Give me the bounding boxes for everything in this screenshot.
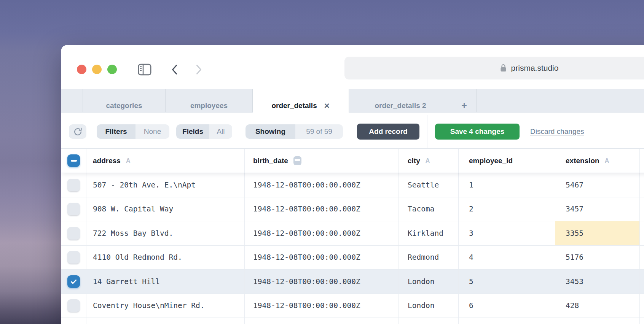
- cell-city[interactable]: London: [399, 270, 459, 294]
- filters-control[interactable]: Filters None: [97, 124, 169, 139]
- table-row[interactable]: 722 Moss Bay Blvd.1948-12-08T00:00:00.00…: [61, 221, 644, 246]
- column-header-address[interactable]: addressA: [86, 149, 245, 173]
- cell-city[interactable]: Tacoma: [399, 197, 459, 221]
- filters-value: None: [135, 124, 169, 139]
- cell-extension[interactable]: 3457: [555, 197, 640, 221]
- tab-categories[interactable]: categories: [83, 89, 166, 112]
- cell-address[interactable]: 908 W. Capital Way: [86, 197, 245, 221]
- cell-birth_date[interactable]: 1948-12-08T00:00:00.000Z: [245, 246, 399, 270]
- row-checkbox[interactable]: [67, 179, 80, 191]
- cell-extension[interactable]: 428: [555, 294, 640, 318]
- cell-partial: [640, 294, 644, 318]
- cell-birth_date[interactable]: 1948-12-08T00:00:00.000Z: [245, 270, 399, 294]
- cell-city[interactable]: London: [399, 294, 459, 318]
- cell-employee_id[interactable]: 4: [459, 246, 555, 270]
- row-checkbox[interactable]: [67, 227, 80, 240]
- cell-extension[interactable]: 5467: [555, 173, 640, 197]
- table-row[interactable]: 14 Garrett Hill1948-12-08T00:00:00.000ZL…: [61, 270, 644, 294]
- address-bar[interactable]: prisma.studio: [344, 57, 644, 79]
- indeterminate-minus-icon: [71, 160, 77, 162]
- discard-changes-link[interactable]: Discard changes: [530, 127, 584, 136]
- forward-icon[interactable]: [193, 64, 205, 76]
- table-row[interactable]: 908 W. Capital Way1948-12-08T00:00:00.00…: [61, 197, 644, 222]
- add-record-button[interactable]: Add record: [357, 124, 419, 140]
- cell-birth_date[interactable]: 1948-12-08T00:00:00.000Z: [245, 173, 399, 197]
- refresh-button[interactable]: [69, 124, 86, 139]
- zoom-window-button[interactable]: [107, 65, 117, 74]
- cell-employee_id[interactable]: 1: [459, 173, 555, 197]
- row-checkbox-cell: [61, 173, 86, 197]
- column-label: employee_id: [469, 157, 513, 165]
- tab-label: categories: [106, 102, 142, 110]
- cell-empty: [86, 318, 245, 324]
- column-header-city[interactable]: cityA: [399, 149, 459, 173]
- text-type-icon: A: [605, 157, 609, 164]
- table-header-row: addressAbirth_datecityAemployee_idextens…: [61, 148, 644, 173]
- text-type-icon: A: [126, 157, 131, 164]
- column-header-partial: [640, 149, 644, 173]
- sidebar-toggle-icon[interactable]: [137, 62, 153, 77]
- save-changes-button[interactable]: Save 4 changes: [435, 124, 520, 140]
- cell-employee_id[interactable]: 6: [459, 294, 555, 318]
- cell-extension[interactable]: 3453: [555, 270, 640, 294]
- traffic-lights: [77, 65, 117, 74]
- back-icon[interactable]: [169, 64, 180, 76]
- cell-empty: [399, 318, 459, 324]
- showing-label: Showing: [245, 124, 295, 139]
- refresh-icon: [73, 127, 83, 137]
- cell-address[interactable]: 507 - 20th Ave. E.\nApt: [86, 173, 245, 197]
- table-row[interactable]: Coventry House\nMiner Rd.1948-12-08T00:0…: [61, 294, 644, 318]
- table-row[interactable]: 507 - 20th Ave. E.\nApt1948-12-08T00:00:…: [61, 173, 644, 197]
- column-header-birth_date[interactable]: birth_date: [245, 149, 399, 173]
- new-tab-button[interactable]: +: [452, 89, 477, 112]
- cell-employee_id[interactable]: 2: [459, 197, 555, 221]
- column-header-employee_id[interactable]: employee_id: [459, 149, 555, 173]
- cell-partial: [640, 270, 644, 294]
- lock-icon: [500, 64, 507, 73]
- row-checkbox-checked[interactable]: [67, 275, 80, 288]
- desktop-wallpaper: { "browser": { "url_text": "prisma.studi…: [0, 0, 644, 324]
- url-text: prisma.studio: [511, 64, 559, 73]
- showing-control[interactable]: Showing 59 of 59: [245, 124, 343, 139]
- row-checkbox[interactable]: [67, 251, 80, 264]
- browser-window: prisma.studio categoriesemployeesorder_d…: [61, 45, 644, 324]
- column-label: extension: [566, 157, 599, 165]
- cell-city[interactable]: Redmond: [399, 246, 459, 270]
- row-checkbox-cell: [61, 197, 86, 221]
- calendar-icon: [293, 156, 301, 165]
- table-row[interactable]: 4110 Old Redmond Rd.1948-12-08T00:00:00.…: [61, 246, 644, 270]
- tab-order_details-2[interactable]: order_details 2: [349, 89, 452, 112]
- text-type-icon: A: [426, 157, 430, 164]
- cell-employee_id[interactable]: 5: [459, 270, 555, 294]
- cell-birth_date[interactable]: 1948-12-08T00:00:00.000Z: [245, 221, 399, 245]
- cell-city[interactable]: Seattle: [399, 173, 459, 197]
- column-label: birth_date: [253, 157, 288, 165]
- browser-chrome: prisma.studio: [61, 45, 644, 89]
- cell-empty: [459, 318, 555, 324]
- cell-address[interactable]: 4110 Old Redmond Rd.: [86, 246, 245, 270]
- cell-address[interactable]: 722 Moss Bay Blvd.: [86, 221, 245, 245]
- cell-extension[interactable]: 3355: [555, 221, 640, 245]
- close-window-button[interactable]: [77, 65, 86, 74]
- tab-bar-empty-area: [477, 89, 644, 112]
- column-header-extension[interactable]: extensionA: [555, 149, 640, 173]
- select-all-header-cell: [61, 149, 86, 173]
- cell-city[interactable]: Kirkland: [399, 221, 459, 245]
- tab-bar-spacer: [61, 89, 83, 112]
- tab-label: employees: [190, 102, 228, 110]
- fields-control[interactable]: Fields All: [176, 124, 232, 139]
- cell-extension[interactable]: 5176: [555, 246, 640, 270]
- cell-birth_date[interactable]: 1948-12-08T00:00:00.000Z: [245, 197, 399, 221]
- minimize-window-button[interactable]: [92, 65, 102, 74]
- cell-address[interactable]: Coventry House\nMiner Rd.: [86, 294, 245, 318]
- tab-employees[interactable]: employees: [166, 89, 253, 112]
- cell-address[interactable]: 14 Garrett Hill: [86, 270, 245, 294]
- close-tab-icon[interactable]: ✕: [324, 102, 330, 110]
- column-label: city: [408, 157, 420, 165]
- cell-birth_date[interactable]: 1948-12-08T00:00:00.000Z: [245, 294, 399, 318]
- row-checkbox[interactable]: [67, 203, 80, 215]
- cell-employee_id[interactable]: 3: [459, 221, 555, 245]
- row-checkbox[interactable]: [67, 299, 80, 312]
- tab-order_details[interactable]: order_details✕: [253, 89, 349, 113]
- select-all-checkbox[interactable]: [67, 154, 80, 167]
